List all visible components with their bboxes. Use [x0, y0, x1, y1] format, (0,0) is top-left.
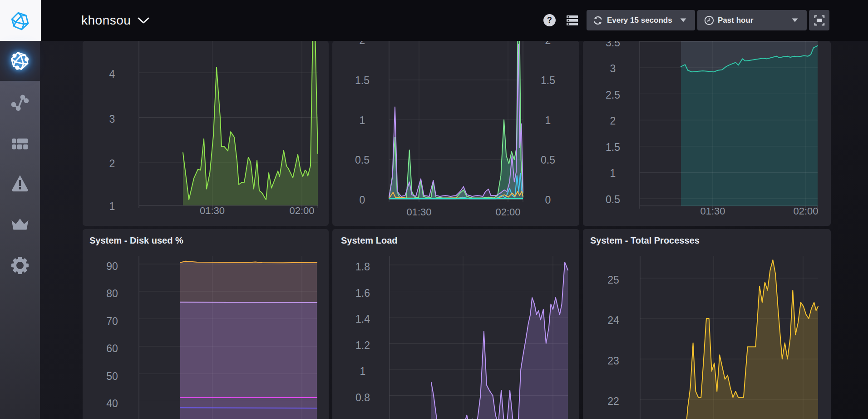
svg-text:24: 24: [607, 314, 619, 326]
svg-text:0.5: 0.5: [541, 154, 555, 166]
svg-text:60: 60: [106, 343, 118, 354]
svg-text:System - Total Processes: System - Total Processes: [590, 235, 700, 245]
svg-text:4: 4: [109, 68, 115, 80]
svg-text:50: 50: [106, 370, 118, 382]
svg-text:01:30: 01:30: [700, 205, 725, 217]
svg-text:0.8: 0.8: [355, 392, 370, 404]
svg-text:02:00: 02:00: [289, 205, 314, 216]
svg-text:2: 2: [109, 158, 115, 170]
svg-text:0.5: 0.5: [606, 194, 620, 205]
svg-text:1.6: 1.6: [355, 287, 370, 299]
svg-text:1.8: 1.8: [355, 261, 370, 273]
svg-text:System Load: System Load: [341, 235, 397, 245]
svg-text:1: 1: [109, 200, 115, 212]
svg-text:22: 22: [607, 395, 619, 407]
svg-text:02:00: 02:00: [495, 206, 520, 218]
svg-text:0: 0: [545, 194, 551, 206]
svg-text:1: 1: [360, 115, 365, 126]
svg-text:90: 90: [106, 260, 118, 272]
svg-text:1: 1: [610, 167, 616, 179]
svg-text:3: 3: [109, 113, 115, 125]
svg-text:0.5: 0.5: [355, 154, 370, 166]
svg-text:1.5: 1.5: [541, 75, 555, 86]
svg-text:25: 25: [607, 274, 619, 286]
svg-text:2: 2: [360, 41, 365, 46]
svg-text:1.4: 1.4: [355, 313, 370, 325]
svg-text:1.5: 1.5: [355, 75, 370, 86]
svg-text:70: 70: [106, 315, 118, 327]
svg-text:0: 0: [360, 194, 365, 206]
svg-text:1.2: 1.2: [355, 339, 370, 351]
svg-text:23: 23: [607, 355, 619, 367]
svg-text:01:30: 01:30: [406, 206, 431, 218]
svg-text:System - Disk used %: System - Disk used %: [89, 235, 183, 245]
svg-text:01:30: 01:30: [200, 205, 225, 216]
svg-text:3: 3: [610, 63, 616, 75]
svg-text:80: 80: [106, 288, 118, 299]
svg-text:02:00: 02:00: [793, 205, 818, 217]
svg-text:2.5: 2.5: [606, 89, 620, 101]
svg-text:2: 2: [545, 41, 551, 46]
svg-text:1: 1: [360, 365, 366, 377]
svg-text:1: 1: [545, 115, 551, 126]
svg-text:40: 40: [106, 398, 118, 409]
svg-text:1.5: 1.5: [606, 141, 620, 153]
svg-text:3.5: 3.5: [606, 41, 620, 49]
svg-text:2: 2: [610, 115, 616, 127]
